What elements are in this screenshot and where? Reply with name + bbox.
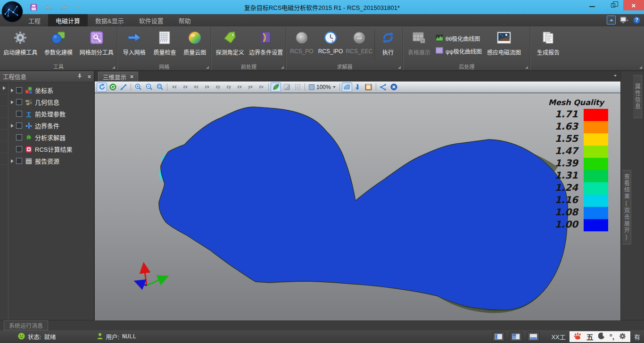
theta-theta-chart-button[interactable]: θθ极化曲线图: [436, 34, 482, 42]
generate-report-button[interactable]: 生成报告: [532, 27, 565, 62]
ime-mode-label[interactable]: 五: [586, 332, 594, 342]
close-circle-icon[interactable]: [389, 82, 399, 92]
launch-modeling-tool-button[interactable]: 启动建模工具: [1, 27, 40, 62]
punctuation-icon[interactable]: °,: [610, 333, 614, 341]
collapse-ribbon-icon[interactable]: [607, 16, 616, 24]
tab-help[interactable]: 帮助: [171, 14, 198, 26]
checkbox[interactable]: [16, 99, 22, 105]
expand-arrow-icon[interactable]: [11, 100, 14, 104]
expand-arrow-icon[interactable]: [11, 124, 14, 128]
tab-3d-display[interactable]: 三维显示 ×: [98, 72, 138, 82]
import-mesh-button[interactable]: 导入网格: [119, 27, 150, 62]
rcs-ipo-button[interactable]: RCS_IPO: [316, 27, 345, 62]
tree-item-analysis-solver[interactable]: 分析求解器: [9, 131, 94, 143]
tree-item-geometry-info[interactable]: 几何信息: [9, 96, 94, 108]
checkbox[interactable]: [16, 111, 22, 117]
view-orientation-icon[interactable]: zy: [223, 82, 234, 92]
close-icon[interactable]: ×: [623, 0, 644, 10]
rotate-icon[interactable]: [97, 82, 107, 92]
legend-swatch: [584, 146, 608, 158]
zoom-out-icon[interactable]: [144, 82, 154, 92]
tab-property-info[interactable]: 属性信息: [633, 75, 642, 118]
view-orientation-icon[interactable]: zv: [256, 82, 266, 92]
rcs-eec-button[interactable]: RCS_EEC: [345, 27, 373, 62]
dialog-launcher-icon[interactable]: [398, 66, 401, 69]
tree-item-preprocess-params[interactable]: T 前处理参数: [9, 108, 94, 120]
dialog-launcher-icon[interactable]: [281, 66, 284, 69]
tab-software-settings[interactable]: 软件设置: [132, 14, 171, 26]
dialog-launcher-icon[interactable]: [112, 66, 115, 69]
expand-arrow-icon[interactable]: [11, 89, 14, 92]
expand-arrow-icon[interactable]: [11, 159, 14, 163]
sync-icon[interactable]: [107, 82, 118, 92]
parametric-modeling-button[interactable]: 参数化建模: [40, 27, 77, 62]
view-orientation-icon[interactable]: yx: [245, 82, 256, 92]
checkbox[interactable]: [16, 134, 22, 140]
close-icon[interactable]: ×: [88, 74, 91, 80]
tab-data-display[interactable]: 数据&显示: [88, 14, 132, 26]
grid-points-icon[interactable]: [292, 82, 303, 92]
execute-button[interactable]: 执行: [376, 27, 400, 62]
boundary-condition-settings-button[interactable]: 边界条件设置: [248, 27, 285, 62]
baidu-paw-icon[interactable]: [574, 332, 582, 341]
pan-arrow-icon[interactable]: [118, 82, 129, 92]
rcs-po-button[interactable]: RCS_PO: [288, 27, 316, 62]
tab-list-dropdown-icon[interactable]: [614, 75, 617, 77]
flat-shade-icon[interactable]: [281, 82, 292, 92]
shaded-leaf-icon[interactable]: [271, 82, 281, 92]
app-logo-icon[interactable]: [1, 1, 23, 23]
checkbox[interactable]: [16, 122, 22, 129]
layout-bottom-icon[interactable]: [527, 332, 540, 342]
psi-psi-chart-button[interactable]: ψψ极化曲线图: [436, 47, 482, 55]
gear-icon[interactable]: [619, 333, 626, 341]
tree-item-boundary-condition[interactable]: 边界条件: [9, 120, 94, 131]
dialog-launcher-icon[interactable]: [525, 66, 528, 69]
restore-icon[interactable]: [603, 0, 623, 10]
ribbon-group-solver: RCS_PO RCS_IPO RCS_EEC 执行: [287, 26, 403, 70]
table-display-button[interactable]: 表格展示: [405, 27, 434, 62]
checkbox[interactable]: [16, 146, 22, 152]
ime-toolbar[interactable]: 五 °,: [570, 331, 630, 342]
zoom-in-icon[interactable]: [133, 82, 143, 92]
view-orientation-icon[interactable]: xz: [191, 82, 201, 92]
tree-item-coordinate-system[interactable]: 坐标系: [9, 84, 94, 96]
minimize-icon[interactable]: [582, 0, 603, 10]
tree-item-rcs-results[interactable]: RCS计算结果: [9, 143, 94, 155]
tree-item-report-resource[interactable]: 报告资源: [9, 155, 94, 167]
capture-icon[interactable]: [363, 82, 374, 92]
drop-arrow-icon[interactable]: [353, 82, 363, 92]
window-title: 复杂目标RCS电磁分析软件2015 R1 - RCS_2015031801*: [0, 3, 644, 12]
checkbox[interactable]: [16, 158, 22, 164]
quality-cloud-button[interactable]: 质量云图: [180, 27, 210, 62]
ribbon-group-label: 网格: [159, 63, 170, 70]
dialog-launcher-icon[interactable]: [639, 66, 642, 69]
quality-check-button[interactable]: 质量检查: [150, 27, 180, 62]
layout-left-filled-icon[interactable]: [510, 332, 522, 342]
zoom-percent-dropdown[interactable]: 100%: [307, 84, 338, 90]
mesh-partition-tool-button[interactable]: 网格剖分工具: [77, 27, 116, 62]
view-orientation-icon[interactable]: zy: [213, 82, 223, 92]
tab-em-computation[interactable]: 电磁计算: [48, 14, 88, 26]
pin-icon[interactable]: [77, 73, 82, 80]
share-icon[interactable]: [378, 82, 388, 92]
probe-angle-button[interactable]: 探测角定义: [213, 27, 248, 62]
view-orientation-icon[interactable]: zx: [202, 82, 212, 92]
view-orientation-icon[interactable]: zx: [180, 82, 190, 92]
view-orientation-icon[interactable]: xz: [169, 82, 180, 92]
checkbox[interactable]: [16, 87, 22, 93]
clip-plane-icon[interactable]: [342, 82, 352, 92]
induced-em-current-map-button[interactable]: 感应电磁流图: [484, 27, 524, 62]
3d-viewport[interactable]: Mesh Quality 1.71 1.63 1.55 1.47 1.39 1.…: [95, 93, 620, 320]
view-orientation-icon[interactable]: zx: [234, 82, 245, 92]
tab-engineering[interactable]: 工程: [21, 14, 48, 26]
zoom-window-icon[interactable]: [155, 82, 165, 92]
tab-view-results[interactable]: 查看结果(双击展开): [622, 170, 631, 245]
expand-arrow-icon[interactable]: [3, 86, 6, 90]
layout-left-icon[interactable]: [492, 332, 505, 342]
display-style-icon[interactable]: [619, 16, 628, 24]
close-icon[interactable]: ×: [130, 74, 133, 80]
help-icon[interactable]: ?: [632, 16, 641, 24]
dialog-launcher-icon[interactable]: [206, 66, 209, 69]
tab-system-messages[interactable]: 系统运行消息: [4, 320, 48, 330]
moon-icon[interactable]: [598, 333, 605, 341]
